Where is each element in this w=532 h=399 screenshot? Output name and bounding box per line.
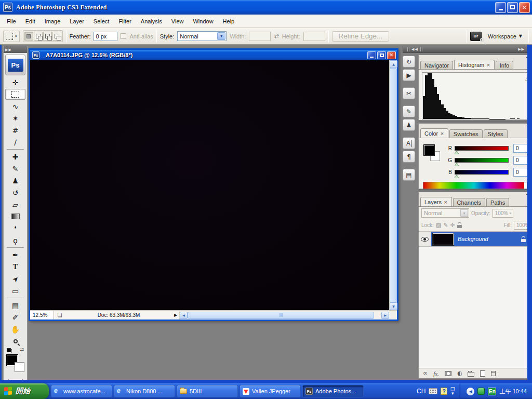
eraser-tool[interactable]: ▱ <box>4 198 27 210</box>
add-selection-button[interactable] <box>34 32 43 41</box>
rectangular-marquee-tool[interactable] <box>4 88 27 100</box>
tray-status-icon[interactable] <box>477 388 485 395</box>
clone-source-panel-button[interactable]: ♟ <box>403 119 415 131</box>
tab-styles[interactable]: Styles <box>484 129 508 138</box>
menu-edit[interactable]: Edit <box>21 16 40 26</box>
pen-tool[interactable]: ✒ <box>4 249 27 261</box>
tab-close-icon[interactable]: × <box>486 62 490 68</box>
tab-navigator[interactable]: Navigator <box>420 61 453 69</box>
input-language-badge[interactable]: En <box>488 388 496 395</box>
image-canvas[interactable] <box>30 60 389 310</box>
path-selection-tool[interactable]: ➤ <box>4 273 27 285</box>
rectangle-tool[interactable]: ▭ <box>4 285 27 297</box>
new-layer-icon[interactable] <box>480 370 485 377</box>
tab-layers[interactable]: Layers× <box>420 197 452 206</box>
new-selection-button[interactable] <box>24 32 33 41</box>
tab-color[interactable]: Color× <box>420 128 448 138</box>
style-select[interactable]: Normal ▾ <box>177 31 227 41</box>
menu-filter[interactable]: Filter <box>114 16 136 26</box>
layer-name[interactable]: Background <box>458 236 517 242</box>
scroll-left-button[interactable]: ◀ <box>180 312 188 319</box>
menu-help[interactable]: Help <box>218 16 240 26</box>
task-adobe-photoshop[interactable]: Ps Adobe Photos... <box>302 385 364 397</box>
language-options-icon[interactable]: ❐▾ <box>450 387 455 395</box>
green-value-field[interactable]: 0 <box>513 156 532 165</box>
hide-icons-chevron[interactable]: ◀ <box>467 388 474 395</box>
red-value-field[interactable]: 0 <box>513 144 532 153</box>
height-input[interactable] <box>303 32 325 41</box>
tab-info[interactable]: Info <box>496 61 513 69</box>
scroll-up-button[interactable]: ▲ <box>529 232 532 240</box>
opacity-field[interactable]: 100% ▸ <box>493 209 513 218</box>
tool-presets-panel-button[interactable]: ✂ <box>403 87 415 99</box>
lock-position-icon[interactable]: ✛ <box>450 222 455 229</box>
layer-comps-panel-button[interactable]: ▤ <box>403 169 415 181</box>
panel-minimize-icon[interactable]: − <box>525 192 529 197</box>
scroll-right-button[interactable]: ▶ <box>381 312 389 319</box>
width-input[interactable] <box>249 32 271 41</box>
slider-pointer[interactable] <box>455 175 459 178</box>
slice-tool[interactable]: ∕ <box>4 136 27 148</box>
paragraph-panel-button[interactable]: ¶ <box>403 151 415 163</box>
move-tool[interactable]: ✛ <box>4 76 27 88</box>
intersect-selection-button[interactable] <box>52 32 61 41</box>
vertical-scrollbar[interactable]: ▲ ▼ <box>389 60 397 310</box>
menu-select[interactable]: Select <box>89 16 114 26</box>
workspace-dropdown[interactable]: Workspace ▼ <box>485 33 525 39</box>
link-layers-icon[interactable]: ∞ <box>423 370 428 377</box>
task-nikon-d800[interactable]: e Nikon D800 ... <box>114 385 175 397</box>
burn-tool[interactable]: ϙ <box>4 234 27 246</box>
hand-tool[interactable]: ✋ <box>4 323 27 335</box>
zoom-level-field[interactable]: 12.5% <box>30 311 54 320</box>
menu-file[interactable]: File <box>2 16 21 26</box>
collapse-right-icon[interactable]: ▶▶ <box>518 47 525 51</box>
color-spectrum-ramp[interactable] <box>423 182 532 189</box>
resize-grip[interactable] <box>389 311 397 320</box>
spot-healing-brush-tool[interactable]: ✚ <box>4 151 27 163</box>
lock-paint-icon[interactable]: ✎ <box>443 222 448 229</box>
toolbox-header[interactable]: ▶▶ <box>4 46 27 53</box>
actions-panel-button[interactable]: ▶ <box>403 69 415 81</box>
close-button[interactable]: ✕ <box>519 2 530 13</box>
tab-histogram[interactable]: Histogram× <box>454 60 495 69</box>
menu-view[interactable]: View <box>167 16 189 26</box>
blue-value-field[interactable]: 0 <box>513 168 532 177</box>
scroll-down-button[interactable]: ▼ <box>529 360 532 368</box>
layer-thumbnail[interactable] <box>433 233 454 245</box>
warning-icon[interactable]: ⚠ <box>525 75 530 82</box>
brushes-panel-button[interactable]: ✎ <box>403 105 415 117</box>
tab-paths[interactable]: Paths <box>486 198 509 206</box>
subtract-selection-button[interactable] <box>43 32 52 41</box>
menu-layer[interactable]: Layer <box>65 16 89 26</box>
lasso-tool[interactable]: ∿ <box>4 100 27 112</box>
visibility-toggle[interactable] <box>419 232 431 246</box>
layers-scrollbar[interactable]: ▲ ▼ <box>529 232 532 368</box>
add-mask-icon[interactable] <box>445 371 451 376</box>
green-slider[interactable] <box>455 158 509 163</box>
crop-tool[interactable]: # <box>4 124 27 136</box>
menu-analysis[interactable]: Analysis <box>136 16 167 26</box>
feather-input[interactable] <box>94 32 117 41</box>
quick-selection-tool[interactable]: ✶ <box>4 112 27 124</box>
horizontal-scroll-thumb[interactable] <box>188 312 374 319</box>
history-panel-button[interactable]: ↻ <box>403 56 415 68</box>
language-indicator[interactable]: CH <box>417 388 425 395</box>
help-icon[interactable]: ? <box>441 388 447 395</box>
fill-field[interactable]: 100% ▸ <box>514 221 532 230</box>
blue-slider[interactable] <box>455 170 509 175</box>
character-panel-button[interactable]: A <box>403 137 415 149</box>
scroll-up-button[interactable]: ▲ <box>390 60 397 68</box>
lock-transparency-icon[interactable]: ▨ <box>436 222 441 229</box>
swap-colors-icon[interactable]: ⇄ <box>20 347 24 352</box>
horizontal-scrollbar[interactable]: ◀ ▶ <box>179 311 389 320</box>
page-setup-icon[interactable]: ❏ <box>54 312 65 318</box>
panel-minimize-icon[interactable]: − <box>525 55 529 60</box>
app-titlebar[interactable]: Ps Adobe Photoshop CS3 Extended ✕ <box>0 0 532 15</box>
slider-pointer[interactable] <box>455 151 459 154</box>
slider-pointer[interactable] <box>455 163 459 166</box>
red-slider[interactable] <box>455 146 509 151</box>
background-color-swatch[interactable] <box>15 362 24 372</box>
gradient-tool[interactable] <box>4 210 27 222</box>
adjustment-layer-icon[interactable]: ◐ <box>457 370 462 377</box>
brush-tool[interactable]: ✎ <box>4 163 27 175</box>
